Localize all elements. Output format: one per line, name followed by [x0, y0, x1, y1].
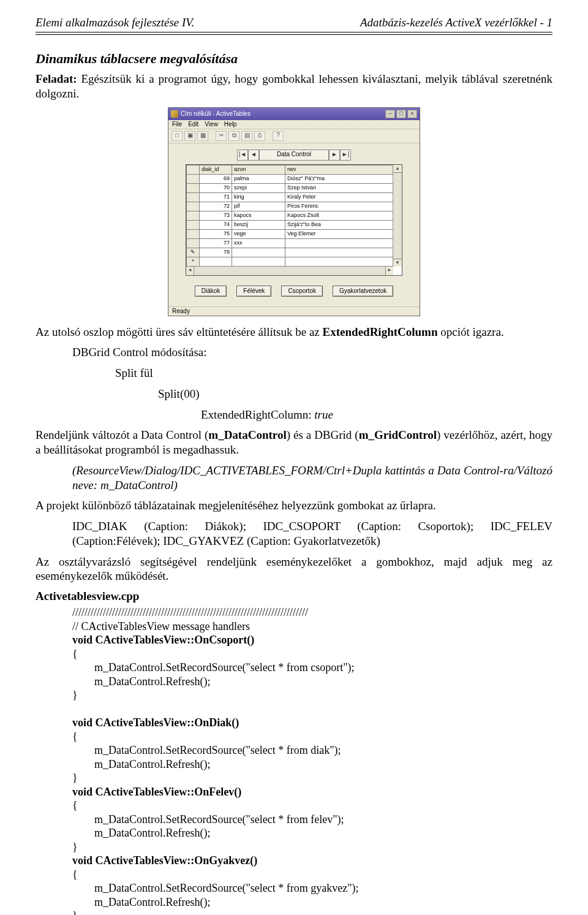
data-control-nav: |◄ ◄ Data Control ► ►| — [179, 150, 409, 161]
grid-cell[interactable]: kapocs — [232, 211, 285, 220]
grid-cell[interactable]: xxx — [232, 238, 285, 248]
statusbar: Ready — [168, 306, 420, 316]
nav-first-icon[interactable]: |◄ — [237, 150, 248, 161]
grid-cell[interactable] — [187, 202, 200, 211]
menu-help[interactable]: Help — [224, 121, 237, 127]
split00-line: Split(00) — [158, 387, 552, 401]
grid-cell[interactable] — [285, 257, 398, 266]
grid-cell[interactable] — [232, 257, 285, 266]
classwizard-paragraph: Az osztályvarázsló segítségével rendeljü… — [36, 555, 552, 584]
table-row[interactable]: 69palmaDiósz" Pá'z"ma — [187, 174, 398, 183]
grid-cell[interactable]: Diósz" Pá'z"ma — [285, 174, 398, 183]
split-tab-line: Split fül — [115, 366, 552, 381]
grid-cell[interactable]: 77 — [200, 238, 232, 248]
grid-cell[interactable]: 73 — [200, 211, 232, 220]
grid-header-cell[interactable] — [187, 165, 200, 174]
embedded-screenshot: Cím nélküli - ActiveTables – □ × File Ed… — [36, 107, 552, 316]
grid-cell[interactable]: Piros Ferenc — [285, 202, 398, 211]
grid-cell[interactable]: Szijá'z"to Bea — [285, 220, 398, 229]
grid-cell[interactable]: 70 — [200, 183, 232, 192]
grid-cell[interactable]: pif — [232, 202, 285, 211]
button-row: Diákok Félévek Csoportok Gyakorlatvezeto… — [179, 286, 409, 297]
grid-cell[interactable] — [187, 192, 200, 202]
table-row[interactable]: 74beszijSzijá'z"to Bea — [187, 220, 398, 229]
new-icon[interactable]: □ — [172, 131, 183, 141]
grid-cell[interactable] — [285, 248, 398, 257]
grid-cell[interactable] — [187, 220, 200, 229]
window-title: Cím nélküli - ActiveTables — [181, 111, 251, 117]
grid-cell[interactable]: 69 — [200, 174, 232, 183]
gyakorlatvezetok-button[interactable]: Gyakorlatvezetok — [333, 286, 393, 297]
grid-cell[interactable]: palma — [232, 174, 285, 183]
header-right: Adatbázis-kezelés ActiveX vezérlőkkel - … — [360, 16, 552, 29]
paste-icon[interactable]: ▤ — [241, 131, 252, 141]
grid-cell[interactable]: Veg Elemer — [285, 229, 398, 238]
feladat-text: Egészítsük ki a programot úgy, hogy gomb… — [36, 72, 552, 100]
code-listing: ////////////////////////////////////////… — [72, 606, 552, 915]
source-filename: Activetablesview.cpp — [36, 590, 552, 603]
grid-cell[interactable]: Kiraly Peter — [285, 192, 398, 202]
grid-cell[interactable]: * — [187, 257, 200, 266]
table-row[interactable]: 73kapocsKapocs Zsolt — [187, 211, 398, 220]
nav-prev-icon[interactable]: ◄ — [248, 150, 259, 161]
grid-cell[interactable]: 74 — [200, 220, 232, 229]
felevek-button[interactable]: Félévek — [236, 286, 271, 297]
menu-file[interactable]: File — [172, 121, 182, 127]
grid-cell[interactable] — [187, 211, 200, 220]
grid-cell[interactable] — [285, 238, 398, 248]
grid-header-cell[interactable]: nev — [285, 165, 398, 174]
grid-cell[interactable]: Szep Istvan — [285, 183, 398, 192]
dbgrid-mod-line: DBGrid Control módosítása: — [72, 345, 552, 360]
menu-edit[interactable]: Edit — [188, 121, 198, 127]
table-row[interactable]: 72pifPiros Ferenc — [187, 202, 398, 211]
grid-cell[interactable]: beszij — [232, 220, 285, 229]
window-titlebar: Cím nélküli - ActiveTables – □ × — [168, 108, 420, 120]
table-row[interactable]: 75vegeVeg Elemer — [187, 229, 398, 238]
close-button[interactable]: × — [407, 110, 417, 118]
table-row[interactable]: ✎78 — [187, 248, 398, 257]
grid-hscroll[interactable] — [186, 266, 393, 275]
open-icon[interactable]: ▣ — [184, 131, 195, 141]
header-left: Elemi alkalmazások fejlesztése IV. — [36, 16, 194, 29]
var-assign-paragraph: Rendeljünk változót a Data Control (m_Da… — [36, 428, 552, 457]
table-row[interactable]: 77xxx — [187, 238, 398, 248]
grid-vscroll[interactable] — [393, 165, 402, 267]
maximize-button[interactable]: □ — [396, 110, 406, 118]
table-row[interactable]: 70szepiSzep Istvan — [187, 183, 398, 192]
minimize-button[interactable]: – — [385, 110, 395, 118]
grid-cell[interactable]: Kapocs Zsolt — [285, 211, 398, 220]
grid-header-cell[interactable]: diak_id — [200, 165, 232, 174]
print-icon[interactable]: ⎙ — [254, 131, 265, 141]
copy-icon[interactable]: ⧉ — [228, 131, 239, 141]
menu-view[interactable]: View — [205, 121, 218, 127]
app-window: Cím nélküli - ActiveTables – □ × File Ed… — [168, 107, 420, 316]
grid-cell[interactable]: vege — [232, 229, 285, 238]
grid-cell[interactable] — [187, 183, 200, 192]
grid-cell[interactable] — [187, 174, 200, 183]
grid-cell[interactable]: kirig — [232, 192, 285, 202]
grid-cell[interactable]: 78 — [200, 248, 232, 257]
grid-cell[interactable] — [232, 248, 285, 257]
grid-cell[interactable]: 71 — [200, 192, 232, 202]
toolbar: □ ▣ ▦ ✂ ⧉ ▤ ⎙ ? — [168, 129, 420, 143]
table-row[interactable]: * — [187, 257, 398, 266]
buttons-paragraph: A projekt különböző táblázatainak megjel… — [36, 498, 552, 513]
csoportok-button[interactable]: Csoportok — [281, 286, 323, 297]
nav-next-icon[interactable]: ► — [329, 150, 340, 161]
help-icon[interactable]: ? — [273, 131, 284, 141]
diakok-button[interactable]: Diákok — [195, 286, 227, 297]
grid-cell[interactable]: 72 — [200, 202, 232, 211]
feladat-label: Feladat: — [36, 72, 77, 85]
grid-cell[interactable] — [200, 257, 232, 266]
save-icon[interactable]: ▦ — [197, 131, 208, 141]
grid-cell[interactable] — [187, 229, 200, 238]
table-row[interactable]: 71kirigKiraly Peter — [187, 192, 398, 202]
grid-cell[interactable]: szepi — [232, 183, 285, 192]
grid-cell[interactable] — [187, 238, 200, 248]
cut-icon[interactable]: ✂ — [216, 131, 227, 141]
grid-cell[interactable]: ✎ — [187, 248, 200, 257]
grid-cell[interactable]: 75 — [200, 229, 232, 238]
grid-header-cell[interactable]: azon — [232, 165, 285, 174]
nav-last-icon[interactable]: ►| — [340, 150, 351, 161]
dbgrid[interactable]: diak_idazonnev69palmaDiósz" Pá'z"ma70sze… — [186, 164, 402, 276]
